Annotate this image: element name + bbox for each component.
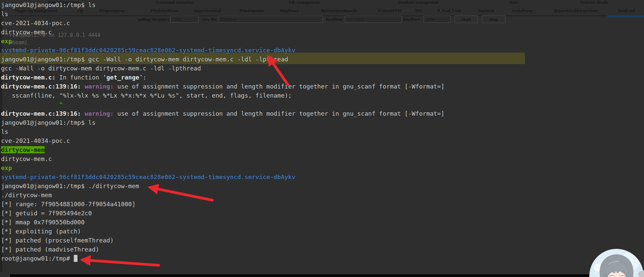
terminal-line: dirtycow-mem xyxy=(1,145,444,154)
terminal-line: cve-2021-4034-poc.c xyxy=(1,18,444,27)
terminal-line: jangow01@jangow01:/tmp$ ./dirtycow-mem xyxy=(1,181,444,190)
terminal-line: ./dirtycow-mem xyxy=(1,190,444,200)
terminal-line: exp xyxy=(1,37,444,46)
terminal-line: [*] exploiting (patch) xyxy=(1,227,444,236)
active-tab-indicator xyxy=(607,15,644,17)
terminal-line: dirtycow-mem.c:139:16: warning: use of a… xyxy=(1,109,444,118)
terminal-line: dirtycow-mem.c:139:16: warning: use of a… xyxy=(1,82,444,91)
anime-avatar: Φ °, ☾ ✿ xyxy=(589,249,644,277)
terminal-line: dirtycow-mem.c xyxy=(1,154,444,163)
terminal-line: ^ xyxy=(1,100,444,109)
terminal-line: exp xyxy=(1,163,444,172)
plugin-tab[interactable]: PortScan xyxy=(478,7,494,14)
stop-button[interactable]: Stop xyxy=(482,15,505,23)
terminal-bottom-edge xyxy=(10,274,644,277)
terminal-output[interactable]: jangow01@jangow01:/tmp$ lslscve-2021-403… xyxy=(1,0,444,263)
plugin-tab[interactable]: RealCmd xyxy=(618,7,635,14)
terminal-line: gcc -Wall -o dirtycow-mem dirtycow-mem.c… xyxy=(1,64,444,73)
terminal-line: jangow01@jangow01:/tmp$ ls xyxy=(1,118,444,127)
main-tab[interactable]: Notes xyxy=(509,0,519,5)
terminal-line: sscanf(line, "%lx-%lx %s %*Lx %*x:%*x %*… xyxy=(1,91,444,100)
terminal-line: [*] mmap 0x7f90550bd000 xyxy=(1,218,444,227)
terminal-line: ls xyxy=(1,9,444,18)
terminal-line: cve-2021-4034-poc.c xyxy=(1,136,444,145)
start-button[interactable]: Start xyxy=(454,15,478,23)
terminal-line: dirtycow-mem.c: In function ‘get_range’: xyxy=(1,73,444,82)
terminal-line: ls xyxy=(1,127,444,136)
terminal-line: jangow01@jangow01:/tmp$ gcc -Wall -o dir… xyxy=(1,55,444,64)
terminal-line: [*] patched (procselfmemThread) xyxy=(1,236,444,245)
terminal-line: root@jangow01:/tmp# xyxy=(1,254,444,263)
main-tab[interactable]: Network details xyxy=(580,0,608,5)
terminal-line: systemd-private-96cf81f3ddc0420285c59cea… xyxy=(1,172,444,181)
terminal-line: jangow01@jangow01:/tmp$ ls xyxy=(1,0,444,9)
plugin-tab[interactable]: SocksProxy xyxy=(512,7,533,14)
terminal-line: [*] range: 7f9054881000-7f9054a41000] xyxy=(1,200,444,209)
terminal-line: [*] getuid = 7f905494e2c0 xyxy=(1,209,444,218)
terminal-line: dirtycow-mem.c xyxy=(1,27,444,37)
terminal-line: [*] patched (madviseThread) xyxy=(1,245,444,254)
plugin-tab[interactable]: BypassDisableFunctions xyxy=(554,7,598,14)
